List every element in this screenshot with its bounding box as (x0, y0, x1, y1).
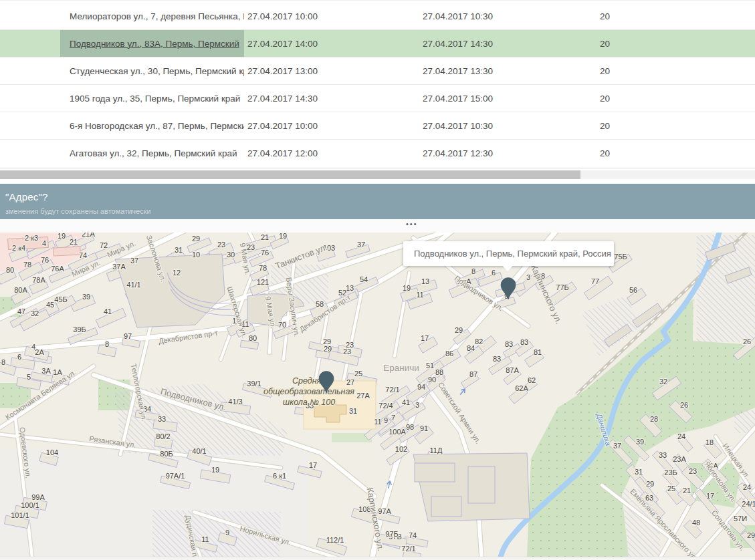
house-number-label: 29 (747, 531, 755, 539)
horizontal-scrollbar[interactable] (0, 170, 755, 184)
appointment-address[interactable]: 6-я Новгородская ул., 87, Пермь, Пермски (70, 121, 244, 131)
house-number-label: 87А (506, 366, 519, 374)
scrollbar-thumb[interactable] (0, 170, 580, 179)
table-row[interactable]: 1905 года ул., 35, Пермь, Пермский край … (0, 85, 755, 112)
house-number-label: 78 (259, 264, 267, 272)
house-number-label: 3А (41, 367, 51, 375)
house-number-label: 37 (357, 241, 365, 249)
map[interactable]: 2 к342 к4192121А72747676А7878А8080А3737А… (0, 233, 755, 557)
house-number-label: 41 (402, 398, 410, 406)
house-number-label: 23 (343, 347, 351, 356)
house-number-label: 19 (58, 233, 66, 240)
scrollbar-track[interactable] (0, 170, 755, 179)
house-number-label: 37 (130, 257, 138, 265)
address-cell: 1905 года ул., 35, Пермь, Пермский край (60, 85, 244, 112)
appointment-end: 27.04.2017 10:30 (423, 11, 600, 21)
house-number-label: 21 (261, 233, 269, 241)
map-canvas[interactable]: 2 к342 к4192121А72747676А7878А8080А3737А… (0, 233, 755, 557)
house-number-label: 80 (249, 334, 257, 342)
appointment-address[interactable]: Подводников ул., 83А, Пермь, Пермский (70, 39, 239, 49)
house-number-label: 29 (324, 345, 332, 353)
table-row[interactable]: Мелиораторов ул., 7, деревня Песьянка, П… (0, 3, 755, 30)
house-number-label: 51 (426, 362, 434, 370)
address-cell: Подводников ул., 83А, Пермь, Пермский (60, 30, 244, 57)
bottom-strip (0, 557, 755, 560)
house-number-label: 13 (346, 284, 354, 292)
map-info-window[interactable]: Подводников ул., Пермь, Пермский край, Р… (403, 241, 614, 266)
appointment-count: 20 (600, 11, 755, 21)
house-number-label: 39 (636, 438, 644, 446)
house-number-label: 11Д (430, 446, 443, 454)
house-number-label: 24 (677, 432, 685, 440)
house-number-label: 57И (734, 515, 747, 523)
house-number-label: 102 (395, 445, 407, 453)
appointment-end: 27.04.2017 12:30 (423, 148, 600, 158)
table-row[interactable]: Агатовая ул., 32, Пермь, Пермский край 2… (0, 140, 755, 167)
house-number-label: 8 (1, 358, 5, 366)
house-number-label: 17 (421, 334, 429, 342)
house-number-label: 8 (105, 340, 109, 348)
house-number-label: 8 (471, 267, 475, 275)
house-number-label: 13 (421, 277, 429, 285)
panel-subtitle: зменения будут сохранены автоматически (5, 207, 755, 215)
resize-handle[interactable]: ••• (406, 220, 418, 228)
house-number-label: 87 (469, 370, 477, 378)
appointment-address[interactable]: Агатовая ул., 32, Пермь, Пермский край (70, 148, 237, 158)
house-number-label: 62 (528, 376, 536, 384)
house-number-label: 3 (415, 401, 419, 409)
house-number-label: 97 (124, 332, 132, 340)
house-number-label: 72/1 (385, 386, 399, 394)
house-number-label: 101/1 (11, 511, 29, 519)
house-number-label: 28 (650, 415, 658, 423)
house-number-label: 12 (173, 269, 181, 277)
appointment-count: 20 (600, 94, 755, 104)
appointment-count: 20 (600, 148, 755, 158)
house-number-label: 98 (406, 423, 414, 431)
appointment-address[interactable]: Мелиораторов ул., 7, деревня Песьянка, П (70, 11, 244, 21)
table-row[interactable]: 6-я Новгородская ул., 87, Пермь, Пермски… (0, 112, 755, 140)
house-number-label: 17 (309, 461, 317, 469)
house-number-label: 1А (53, 368, 62, 376)
house-number-label: 40/1 (192, 447, 206, 455)
house-number-label: 21 (683, 486, 691, 495)
table-row[interactable]: Подводников ул., 83А, Пермь, Пермский 27… (0, 30, 755, 57)
house-number-label: 32 (31, 309, 39, 317)
appointment-start: 27.04.2017 10:00 (244, 121, 423, 131)
info-panel: "Адрес"? зменения будут сохранены автома… (0, 184, 755, 219)
house-number-label: 2А (35, 348, 44, 356)
house-number-label: 83 (505, 340, 513, 348)
house-number-label: 23 (217, 241, 225, 249)
house-number-label: 77 (591, 277, 599, 285)
table-row[interactable]: Студенческая ул., 30, Пермь, Пермский кр… (0, 57, 755, 85)
address-cell: Студенческая ул., 30, Пермь, Пермский кр (60, 57, 244, 84)
appointment-address[interactable]: Студенческая ул., 30, Пермь, Пермский кр (70, 66, 244, 76)
house-number-label: 26 (743, 337, 751, 345)
splitter: ••• (0, 219, 755, 233)
house-number-label: 27 (346, 378, 354, 386)
house-number-label: 19 (403, 284, 411, 292)
house-number-label: 31 (349, 407, 357, 415)
app-window: Мелиораторов ул., 7, деревня Песьянка, П… (0, 0, 755, 560)
house-number-label: 39Б (73, 325, 86, 333)
appointment-end: 27.04.2017 13:30 (423, 66, 600, 76)
house-number-label: 11 (201, 535, 209, 543)
appointment-end: 27.04.2017 10:30 (423, 121, 600, 131)
appointment-start: 27.04.2017 12:00 (244, 148, 423, 158)
appointments-table: Мелиораторов ул., 7, деревня Песьянка, П… (0, 0, 755, 168)
house-number-label: 81 (534, 348, 542, 356)
house-number-label: 19 (211, 466, 219, 474)
house-number-label: 23Б (664, 468, 677, 476)
house-number-label: 11 (416, 291, 423, 299)
house-number-label: 6 (17, 353, 21, 361)
house-number-label: 56 (629, 286, 637, 294)
house-number-label: 31 (635, 468, 643, 476)
house-number-label: 83 (493, 355, 501, 363)
address-cell: Мелиораторов ул., 7, деревня Песьянка, П (60, 3, 244, 29)
house-number-label: 88 (435, 368, 443, 376)
house-number-label: 26 (680, 401, 688, 409)
house-number-label: 76 (261, 249, 269, 257)
house-number-label: 6 (492, 269, 496, 277)
house-number-label: 112/1 (326, 536, 344, 544)
appointment-address[interactable]: 1905 года ул., 35, Пермь, Пермский край (70, 94, 240, 104)
appointment-start: 27.04.2017 14:30 (244, 94, 423, 104)
